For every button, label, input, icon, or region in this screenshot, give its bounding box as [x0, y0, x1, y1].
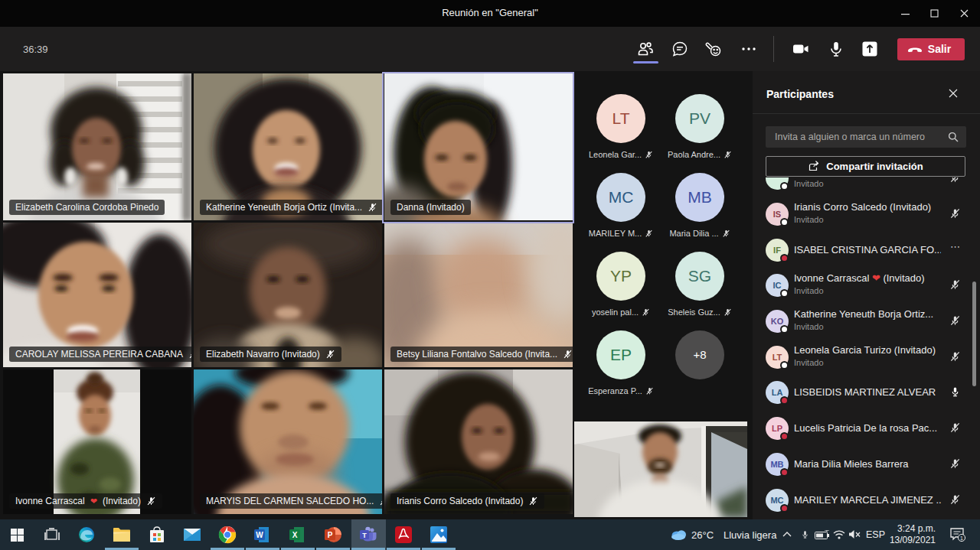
svg-text:1: 1	[960, 535, 963, 541]
svg-text:P: P	[328, 531, 333, 539]
svg-text:W: W	[256, 531, 263, 539]
svg-text:X: X	[292, 531, 298, 539]
svg-text:T: T	[362, 532, 367, 539]
